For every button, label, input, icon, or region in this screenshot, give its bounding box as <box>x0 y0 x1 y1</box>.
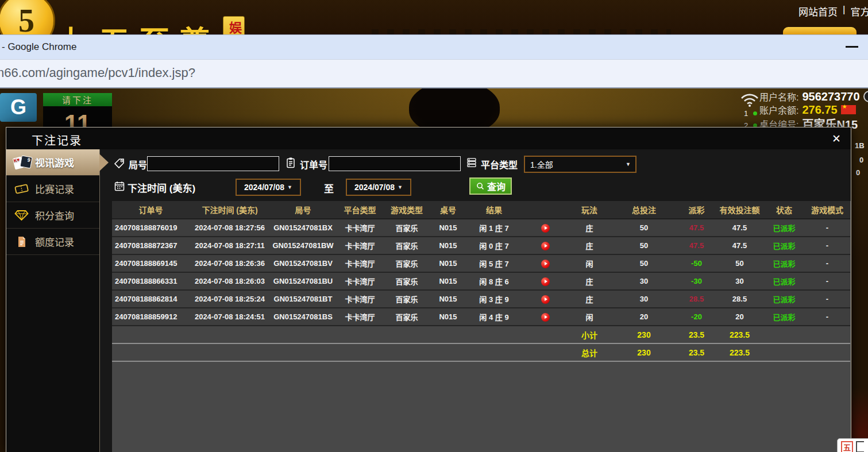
replay-button[interactable] <box>541 277 550 286</box>
sidebar-item-label: 积分查询 <box>35 208 74 222</box>
subtotal-payout: 23.5 <box>678 326 715 343</box>
header-gold-button-partial[interactable] <box>783 27 857 34</box>
row-status: 已派彩 <box>764 308 804 326</box>
close-icon[interactable]: ✕ <box>830 132 843 145</box>
sidebar-item-video-games[interactable]: K♥ 9 视讯游戏 <box>6 149 99 176</box>
replay-cell <box>522 254 569 272</box>
nav-separator: | <box>843 4 845 18</box>
row-play: 庄 <box>569 237 610 254</box>
col-header-status: 状态 <box>764 201 804 219</box>
row-total: 20 <box>610 308 678 326</box>
tag-icon <box>114 157 125 169</box>
edge-remnant-2: 0 <box>859 156 863 164</box>
ime-mode-label[interactable]: 五 <box>841 441 853 452</box>
row-play: 闲 <box>569 254 610 272</box>
row-result: 闲 8 庄 6 <box>466 272 522 290</box>
records-table-wrap: 订单号 下注时间 (美东) 局号 平台类型 游戏类型 桌号 结果 玩法 <box>112 201 851 452</box>
subtotal-total: 230 <box>610 326 678 343</box>
user-name-label: 用户名称: <box>759 90 798 103</box>
diamond-icon <box>14 209 29 221</box>
row-total: 50 <box>610 237 678 254</box>
grand-total-payout: 23.5 <box>678 343 715 361</box>
clipboard-icon <box>285 157 296 168</box>
dialog-sidebar: K♥ 9 视讯游戏 <box>6 149 100 452</box>
table-row: 2407081888723672024-07-08 18:27:11GN0152… <box>112 237 850 254</box>
row-order: 240708188872367 <box>112 237 190 254</box>
sidebar-item-label: 比赛记录 <box>35 181 74 196</box>
row-total: 30 <box>610 272 678 290</box>
china-flag-icon: ★ <box>841 105 856 114</box>
round-number-label: 局号 <box>129 157 147 171</box>
document-icon <box>14 235 29 248</box>
sidebar-item-points-query[interactable]: 积分查询 <box>6 202 99 229</box>
row-payout: 28.5 <box>678 290 715 308</box>
col-header-game-type: 游戏类型 <box>384 201 430 219</box>
replay-button[interactable] <box>541 242 550 250</box>
row-valid: 50 <box>715 254 764 272</box>
date-from-picker[interactable]: 2024/07/08 ▼ <box>236 179 301 196</box>
ime-indicator[interactable]: 五 <box>837 438 868 452</box>
chrome-urlbar[interactable]: n66.com/agingame/pcv1/index.jsp? <box>0 59 868 88</box>
cards-icon: K♥ 9 <box>14 156 29 169</box>
row-time: 2024-07-08 18:24:51 <box>190 308 270 326</box>
col-header-order: 订单号 <box>112 201 190 219</box>
row-status: 已派彩 <box>764 237 804 254</box>
row-round: GN015247081BU <box>270 272 336 290</box>
coin-glyph: 5 <box>18 2 34 34</box>
row-valid: 20 <box>715 308 764 326</box>
row-round: GN015247081BS <box>270 308 336 326</box>
filters-panel: 局号 订单号 <box>100 149 851 201</box>
replay-button[interactable] <box>541 260 550 268</box>
row-platform: 卡卡湾厅 <box>336 308 384 326</box>
date-to-picker[interactable]: 2024/07/08 ▼ <box>346 179 411 196</box>
platform-type-select[interactable]: 1.全部 ▼ <box>524 156 636 173</box>
col-header-round: 局号 <box>270 201 336 219</box>
row-round: GN015247081BT <box>270 290 336 308</box>
date-to-value: 2024/07/08 <box>354 183 395 192</box>
row-table: N015 <box>430 290 466 308</box>
row-valid: 30 <box>715 272 764 290</box>
user-name-row: 用户名称: 956273770 i <box>759 90 868 103</box>
row-play: 庄 <box>569 219 610 237</box>
nav-home-link[interactable]: 网站首页 <box>798 4 838 18</box>
balance-label: 账户余额: <box>759 103 798 117</box>
row-table: N015 <box>430 254 466 272</box>
chevron-down-icon: ▼ <box>626 161 631 167</box>
replay-button[interactable] <box>541 313 550 322</box>
url-text[interactable]: n66.com/agingame/pcv1/index.jsp? <box>0 65 195 80</box>
replay-cell <box>522 308 569 326</box>
platform-icon <box>466 157 477 168</box>
brand-title: 九五至尊 <box>59 17 219 34</box>
top-nav: 网站首页 | 官方 <box>798 4 868 18</box>
sidebar-item-quota-records[interactable]: 额度记录 <box>6 229 99 255</box>
row-round: GN015247081BX <box>270 219 336 237</box>
green-dot-1 <box>753 111 757 115</box>
sidebar-item-match-records[interactable]: 比赛记录 <box>6 176 99 202</box>
row-payout: 47.5 <box>678 237 715 254</box>
info-icon[interactable]: i <box>863 91 868 102</box>
grand-total-valid: 223.5 <box>715 343 764 361</box>
replay-button[interactable] <box>541 224 550 233</box>
bet-time-label: 下注时间 (美东) <box>128 180 195 195</box>
row-status: 已派彩 <box>764 219 804 237</box>
countdown-label: 请下注 <box>43 93 112 106</box>
row-mode: - <box>804 254 850 272</box>
replay-cell <box>522 290 569 308</box>
search-button[interactable]: 查询 <box>469 177 512 195</box>
row-order: 240708188866331 <box>112 272 190 290</box>
round-number-input[interactable] <box>147 156 279 171</box>
to-label: 至 <box>324 181 334 195</box>
row-mode: - <box>804 290 850 308</box>
row-game: 百家乐 <box>384 290 430 308</box>
nav-official-link[interactable]: 官方 <box>850 4 868 18</box>
order-number-input[interactable] <box>329 156 461 171</box>
row-game: 百家乐 <box>384 219 430 237</box>
platform-type-label: 平台类型 <box>481 157 518 171</box>
row-payout: -30 <box>678 272 715 290</box>
minimize-button[interactable] <box>846 46 858 48</box>
replay-button[interactable] <box>541 295 550 304</box>
row-table: N015 <box>430 219 466 237</box>
row-play: 庄 <box>569 272 610 290</box>
subtotal-row: 小计 230 23.5 223.5 <box>112 326 850 343</box>
row-table: N015 <box>430 237 466 254</box>
